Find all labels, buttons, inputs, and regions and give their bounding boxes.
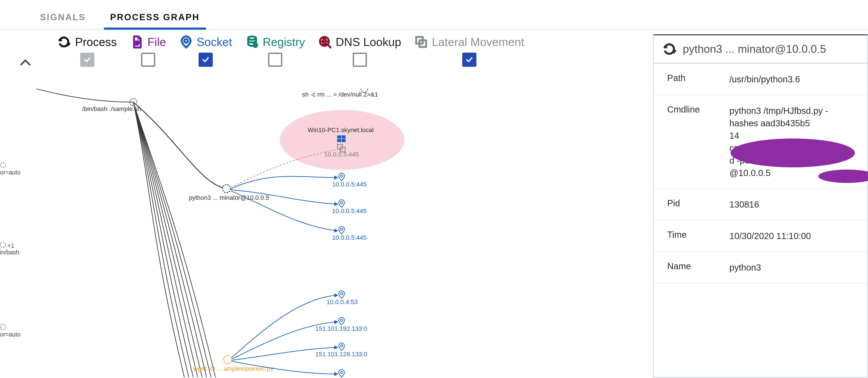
graph-node-bash[interactable]: /bin/bash ./sample.sh (82, 99, 141, 112)
graph-node-lateral[interactable]: Win10-PC1.skynet.local 10.0.0.5:445 (280, 110, 404, 170)
svg-text:151.101.192.133:0: 151.101.192.133:0 (315, 325, 367, 332)
svg-text:/bin/bash ./sample.sh: /bin/bash ./sample.sh (82, 105, 141, 112)
filter-registry-label: Registry (263, 35, 305, 48)
svg-text:python3 ... minator@10.0.0.5: python3 ... minator@10.0.0.5 (189, 194, 269, 201)
filter-dns: DNS DNS Lookup (318, 35, 401, 67)
svg-text:wget -O ... amples/psexec.py: wget -O ... amples/psexec.py (193, 365, 273, 372)
panel-title: python3 ... minator@10.0.0.5 (683, 43, 826, 56)
registry-icon (245, 35, 259, 48)
graph-node-socket[interactable]: 10.0.0.5:445 (332, 173, 367, 188)
detail-value: python3 (730, 261, 854, 274)
redaction-overlay (731, 138, 855, 167)
tab-signals[interactable]: SIGNALS (40, 12, 86, 29)
dns-icon: DNS (318, 35, 332, 48)
process-icon (58, 35, 71, 48)
graph-node-socket[interactable]: 10.0.0.5:445 (332, 227, 367, 241)
svg-text:10.0.0.5:445: 10.0.0.5:445 (332, 234, 367, 241)
graph-node-sh[interactable]: sh -c rm ... > /dev/null 2>&1 (302, 89, 378, 98)
svg-rect-15 (337, 135, 341, 138)
detail-key: Pid (667, 198, 720, 208)
detail-row-pid: Pid 130816 (654, 189, 867, 220)
svg-text:DNS: DNS (321, 40, 327, 43)
details-panel: python3 ... minator@10.0.0.5 Path /usr/b… (653, 34, 868, 378)
svg-rect-16 (342, 135, 346, 138)
svg-point-1 (248, 36, 256, 40)
graph-node-socket[interactable]: 10.0.0.4:53 (327, 291, 358, 305)
svg-text:10.0.0.5:445: 10.0.0.5:445 (332, 181, 367, 188)
detail-row-name: Name python3 (654, 252, 867, 283)
graph-node-socket[interactable]: 10.0.0.5:445 (332, 200, 367, 214)
svg-point-25 (224, 355, 232, 364)
filter-registry: Registry (245, 35, 305, 67)
view-tabs: SIGNALS PROCESS GRAPH (0, 0, 868, 30)
lateral-icon (414, 35, 428, 48)
svg-point-11 (222, 185, 230, 193)
svg-text:10.0.0.5:445: 10.0.0.5:445 (332, 208, 367, 214)
file-icon (130, 35, 144, 48)
filter-dns-checkbox[interactable] (353, 53, 367, 67)
filter-file: File (130, 35, 166, 67)
svg-text:Win10-PC1.skynet.local: Win10-PC1.skynet.local (308, 127, 374, 133)
filter-dns-label: DNS Lookup (336, 35, 401, 48)
collapse-filters-button[interactable] (19, 57, 32, 70)
svg-rect-18 (342, 139, 346, 142)
detail-key: Path (667, 73, 720, 83)
filter-lateral-checkbox[interactable] (462, 53, 476, 67)
filter-process-label: Process (75, 35, 117, 48)
graph-node-socket[interactable]: 151.101.192.133:0 (315, 317, 367, 332)
svg-rect-17 (337, 139, 341, 142)
filter-lateral: Lateral Movement (414, 35, 524, 67)
filter-socket: Socket (180, 35, 232, 67)
detail-key: Name (667, 261, 720, 271)
detail-value: 10/30/2020 11:10:00 (730, 230, 854, 242)
detail-row-path: Path /usr/bin/python3.6 (654, 64, 867, 95)
filter-process: Process (58, 35, 117, 67)
svg-text:151.101.128.133:0: 151.101.128.133:0 (315, 351, 367, 357)
detail-value: /usr/bin/python3.6 (730, 73, 854, 85)
graph-node-socket[interactable]: 151.101.128.133:0 (315, 343, 367, 357)
filter-lateral-label: Lateral Movement (432, 35, 524, 48)
socket-icon (180, 35, 193, 48)
filter-file-checkbox[interactable] (141, 53, 155, 67)
svg-text:sh -c rm ... > /dev/null 2>&1: sh -c rm ... > /dev/null 2>&1 (302, 91, 378, 98)
process-graph-canvas[interactable]: /bin/bash ./sample.sh sh -c rm ... > /de… (0, 89, 650, 378)
filter-file-label: File (148, 35, 166, 48)
tab-process-graph[interactable]: PROCESS GRAPH (110, 12, 200, 29)
detail-key: Time (667, 230, 720, 240)
detail-value: 130816 (730, 198, 854, 211)
filter-socket-checkbox[interactable] (198, 53, 213, 67)
panel-header: python3 ... minator@10.0.0.5 (654, 35, 867, 64)
filter-registry-checkbox[interactable] (268, 53, 282, 67)
process-icon (663, 42, 677, 56)
filter-socket-label: Socket (197, 35, 232, 48)
svg-text:10.0.0.4:53: 10.0.0.4:53 (327, 299, 358, 305)
svg-text:10.0.0.5:445: 10.0.0.5:445 (324, 151, 359, 158)
svg-point-0 (184, 39, 188, 43)
filter-process-checkbox[interactable] (80, 53, 94, 67)
detail-key: Cmdline (667, 105, 720, 114)
detail-row-time: Time 10/30/2020 11:10:00 (654, 220, 867, 252)
